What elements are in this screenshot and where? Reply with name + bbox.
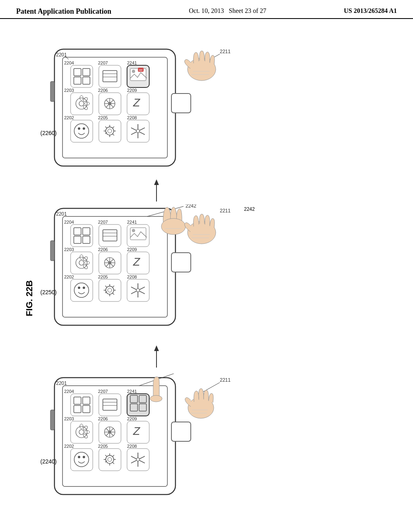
svg-text:2202: 2202 xyxy=(64,444,74,449)
content-area: FIG. 22B (2260) xyxy=(0,19,413,527)
svg-rect-103 xyxy=(71,279,93,301)
svg-text:2208: 2208 xyxy=(127,115,137,120)
svg-text:2203: 2203 xyxy=(64,247,74,252)
svg-rect-2 xyxy=(50,81,54,102)
svg-rect-177 xyxy=(71,449,93,471)
svg-text:2203: 2203 xyxy=(64,88,74,93)
svg-text:2204: 2204 xyxy=(64,389,74,394)
svg-point-100 xyxy=(108,261,111,264)
svg-text:Z: Z xyxy=(133,425,140,437)
svg-text:2202: 2202 xyxy=(64,115,74,120)
svg-text:2203: 2203 xyxy=(64,416,74,421)
svg-text:2205: 2205 xyxy=(98,444,108,449)
svg-marker-143 xyxy=(154,345,159,351)
phone-svg-top: del Z xyxy=(42,45,244,174)
svg-rect-107 xyxy=(99,279,121,301)
svg-text:2204: 2204 xyxy=(64,220,74,224)
ref-2242-mid: 2242 xyxy=(244,206,255,212)
publication-date: Oct. 10, 2013 xyxy=(189,7,224,14)
svg-marker-71 xyxy=(154,179,159,185)
svg-text:2206: 2206 xyxy=(98,416,108,421)
svg-point-174 xyxy=(108,430,111,434)
svg-point-137 xyxy=(161,218,186,235)
svg-text:2206: 2206 xyxy=(98,247,108,252)
svg-text:2242: 2242 xyxy=(180,374,191,374)
svg-point-180 xyxy=(83,456,85,458)
paren-label-top: (2260) xyxy=(40,130,56,136)
patent-number: US 2013/265284 A1 xyxy=(344,7,397,15)
svg-text:2211: 2211 xyxy=(220,377,231,383)
svg-rect-181 xyxy=(99,449,121,471)
svg-text:2241: 2241 xyxy=(127,220,137,224)
svg-point-35 xyxy=(78,127,80,130)
paren-label-mid: (2250) xyxy=(40,289,56,295)
svg-text:2209: 2209 xyxy=(127,247,137,252)
svg-text:2205: 2205 xyxy=(98,274,108,279)
svg-text:2208: 2208 xyxy=(127,444,137,449)
svg-rect-74 xyxy=(50,241,54,261)
phone-svg-mid: Z 2201 2 xyxy=(42,204,244,333)
arrow-1 xyxy=(152,179,161,205)
svg-rect-53 xyxy=(171,94,191,113)
svg-text:2204: 2204 xyxy=(64,60,74,65)
svg-point-14 xyxy=(132,70,135,73)
svg-point-106 xyxy=(83,287,85,289)
svg-text:Z: Z xyxy=(133,256,140,268)
svg-rect-37 xyxy=(99,120,121,142)
svg-text:2205: 2205 xyxy=(98,115,108,120)
svg-text:2209: 2209 xyxy=(127,416,137,421)
svg-text:2202: 2202 xyxy=(64,274,74,279)
sheet-info: Sheet 23 of 27 xyxy=(229,7,266,14)
phone-svg-bot: Z 2201 2 xyxy=(42,374,244,511)
publication-title: Patent Application Publication xyxy=(16,7,111,16)
svg-text:2201: 2201 xyxy=(56,211,67,217)
svg-point-105 xyxy=(78,287,80,289)
svg-point-179 xyxy=(78,456,80,458)
svg-text:2207: 2207 xyxy=(98,60,108,65)
figure-label: FIG. 22B xyxy=(24,280,35,316)
svg-text:2208: 2208 xyxy=(127,274,137,279)
paren-label-bot: (2240) xyxy=(40,458,56,465)
svg-rect-197 xyxy=(171,422,191,441)
svg-text:Z: Z xyxy=(133,96,140,109)
svg-point-212 xyxy=(150,395,162,402)
svg-text:2201: 2201 xyxy=(56,380,67,386)
date-sheet: Oct. 10, 2013 Sheet 23 of 27 xyxy=(189,7,266,15)
svg-text:2211: 2211 xyxy=(220,49,231,54)
svg-text:2241: 2241 xyxy=(127,60,137,65)
svg-rect-152 xyxy=(99,394,121,416)
svg-text:2242: 2242 xyxy=(186,204,196,209)
svg-text:2207: 2207 xyxy=(98,220,108,224)
diagram-bot: (2240) xyxy=(42,374,244,512)
svg-point-196 xyxy=(136,458,140,461)
svg-rect-8 xyxy=(99,65,121,87)
svg-text:2206: 2206 xyxy=(98,88,108,93)
page-header: Patent Application Publication Oct. 10, … xyxy=(0,0,413,19)
svg-point-122 xyxy=(136,289,140,292)
svg-text:del: del xyxy=(139,69,143,71)
svg-point-86 xyxy=(132,229,135,232)
svg-rect-80 xyxy=(99,224,121,247)
svg-text:2241: 2241 xyxy=(127,389,137,394)
svg-rect-123 xyxy=(171,253,191,272)
arrow-2 xyxy=(152,345,161,371)
svg-point-36 xyxy=(83,127,85,130)
svg-rect-146 xyxy=(50,410,54,430)
svg-point-52 xyxy=(136,129,140,133)
diagram-mid: 2242 (2250) xyxy=(42,204,244,335)
diagram-top: (2260) xyxy=(42,45,244,176)
svg-text:2209: 2209 xyxy=(127,88,137,93)
svg-text:2207: 2207 xyxy=(98,389,108,394)
svg-text:2211: 2211 xyxy=(220,208,231,214)
svg-rect-33 xyxy=(71,120,93,142)
svg-point-30 xyxy=(108,102,111,105)
